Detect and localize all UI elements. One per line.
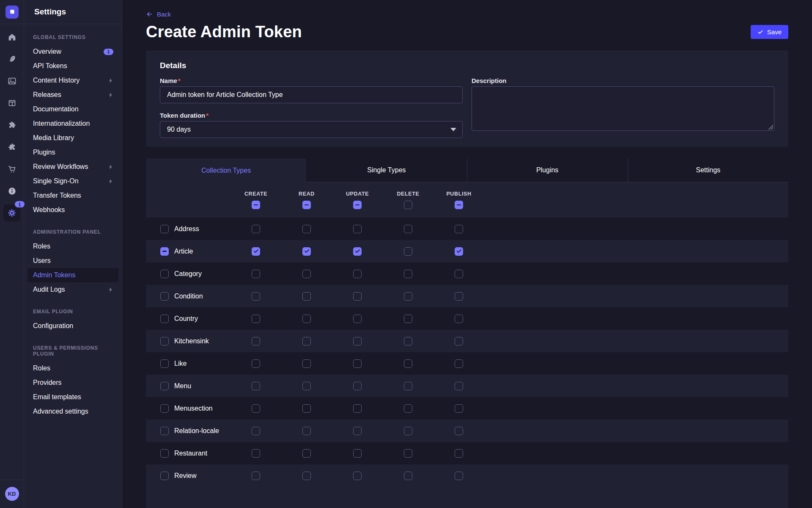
sidebar-item-review-workflows[interactable]: Review Workflows <box>27 160 118 174</box>
avatar[interactable]: KD <box>5 487 19 501</box>
token-duration-select[interactable]: 90 days <box>160 121 463 138</box>
publish-checkbox[interactable] <box>455 292 463 301</box>
update-checkbox[interactable] <box>353 449 362 458</box>
cart-icon[interactable] <box>6 163 18 175</box>
sidebar-item-media-library[interactable]: Media Library <box>27 131 118 145</box>
read-checkbox[interactable] <box>302 449 311 458</box>
create-checkbox[interactable] <box>252 337 260 345</box>
create-checkbox[interactable] <box>252 449 260 458</box>
publish-checkbox[interactable] <box>455 472 463 480</box>
sidebar-item-email-templates[interactable]: Email templates <box>27 390 118 404</box>
description-textarea[interactable] <box>472 86 774 131</box>
update-checkbox[interactable] <box>353 270 362 278</box>
name-input[interactable] <box>160 86 463 103</box>
update-checkbox[interactable] <box>353 337 362 345</box>
sidebar-item-single-sign-on[interactable]: Single Sign-On <box>27 174 118 188</box>
publish-checkbox[interactable] <box>455 247 463 256</box>
update-checkbox[interactable] <box>353 247 362 256</box>
read-checkbox[interactable] <box>302 359 311 368</box>
publish-checkbox[interactable] <box>455 449 463 458</box>
create-checkbox[interactable] <box>252 472 260 480</box>
row-select-checkbox[interactable] <box>160 337 169 345</box>
tab-settings[interactable]: Settings <box>628 158 788 182</box>
row-select-checkbox[interactable] <box>160 359 169 368</box>
select-all-create-checkbox[interactable] <box>252 201 260 209</box>
delete-checkbox[interactable] <box>404 270 412 278</box>
create-checkbox[interactable] <box>252 404 260 413</box>
layout-icon[interactable] <box>6 97 18 109</box>
tab-collection-types[interactable]: Collection Types <box>146 158 306 182</box>
read-checkbox[interactable] <box>302 292 311 301</box>
create-checkbox[interactable] <box>252 225 260 233</box>
delete-checkbox[interactable] <box>404 337 412 345</box>
row-select-checkbox[interactable] <box>160 404 169 413</box>
publish-checkbox[interactable] <box>455 404 463 413</box>
save-button[interactable]: Save <box>751 25 788 39</box>
delete-checkbox[interactable] <box>404 315 412 323</box>
create-checkbox[interactable] <box>252 427 260 435</box>
sidebar-item-admin-tokens[interactable]: Admin Tokens <box>27 268 118 282</box>
read-checkbox[interactable] <box>302 270 311 278</box>
delete-checkbox[interactable] <box>404 292 412 301</box>
tab-plugins[interactable]: Plugins <box>467 158 628 182</box>
feather-icon[interactable] <box>6 53 18 65</box>
delete-checkbox[interactable] <box>404 449 412 458</box>
info-icon[interactable] <box>6 185 18 197</box>
create-checkbox[interactable] <box>252 382 260 390</box>
update-checkbox[interactable] <box>353 472 362 480</box>
media-library-icon[interactable] <box>6 75 18 87</box>
delete-checkbox[interactable] <box>404 359 412 368</box>
row-select-checkbox[interactable] <box>160 270 169 278</box>
resize-grip-icon[interactable] <box>768 125 773 130</box>
sidebar-item-audit-logs[interactable]: Audit Logs <box>27 282 118 297</box>
row-select-checkbox[interactable] <box>160 225 169 233</box>
row-select-checkbox[interactable] <box>160 472 169 480</box>
select-all-delete-checkbox[interactable] <box>404 201 412 209</box>
read-checkbox[interactable] <box>302 225 311 233</box>
row-select-checkbox[interactable] <box>160 247 169 256</box>
create-checkbox[interactable] <box>252 359 260 368</box>
publish-checkbox[interactable] <box>455 359 463 368</box>
create-checkbox[interactable] <box>252 292 260 301</box>
update-checkbox[interactable] <box>353 382 362 390</box>
sidebar-item-internationalization[interactable]: Internationalization <box>27 116 118 131</box>
delete-checkbox[interactable] <box>404 247 412 256</box>
sidebar-item-providers[interactable]: Providers <box>27 375 118 390</box>
publish-checkbox[interactable] <box>455 270 463 278</box>
home-icon[interactable] <box>6 31 18 43</box>
sidebar-item-content-history[interactable]: Content History <box>27 73 118 88</box>
delete-checkbox[interactable] <box>404 404 412 413</box>
publish-checkbox[interactable] <box>455 315 463 323</box>
update-checkbox[interactable] <box>353 359 362 368</box>
update-checkbox[interactable] <box>353 315 362 323</box>
sidebar-item-plugins[interactable]: Plugins <box>27 145 118 160</box>
read-checkbox[interactable] <box>302 382 311 390</box>
sidebar-item-roles[interactable]: Roles <box>27 361 118 375</box>
sidebar-item-releases[interactable]: Releases <box>27 88 118 102</box>
select-all-publish-checkbox[interactable] <box>455 201 463 209</box>
read-checkbox[interactable] <box>302 472 311 480</box>
sidebar-item-users[interactable]: Users <box>27 254 118 268</box>
update-checkbox[interactable] <box>353 225 362 233</box>
row-select-checkbox[interactable] <box>160 427 169 435</box>
sidebar-item-overview[interactable]: Overview1 <box>27 44 118 59</box>
create-checkbox[interactable] <box>252 247 260 256</box>
sidebar-item-configuration[interactable]: Configuration <box>27 319 118 333</box>
sidebar-item-transfer-tokens[interactable]: Transfer Tokens <box>27 188 118 203</box>
publish-checkbox[interactable] <box>455 225 463 233</box>
read-checkbox[interactable] <box>302 315 311 323</box>
puzzle-icon-2[interactable] <box>6 141 18 153</box>
create-checkbox[interactable] <box>252 270 260 278</box>
delete-checkbox[interactable] <box>404 225 412 233</box>
read-checkbox[interactable] <box>302 404 311 413</box>
sidebar-item-documentation[interactable]: Documentation <box>27 102 118 116</box>
publish-checkbox[interactable] <box>455 337 463 345</box>
row-select-checkbox[interactable] <box>160 292 169 301</box>
read-checkbox[interactable] <box>302 247 311 256</box>
read-checkbox[interactable] <box>302 337 311 345</box>
delete-checkbox[interactable] <box>404 382 412 390</box>
sidebar-item-webhooks[interactable]: Webhooks <box>27 203 118 217</box>
select-all-read-checkbox[interactable] <box>302 201 311 209</box>
update-checkbox[interactable] <box>353 404 362 413</box>
strapi-logo-icon[interactable] <box>5 6 19 19</box>
